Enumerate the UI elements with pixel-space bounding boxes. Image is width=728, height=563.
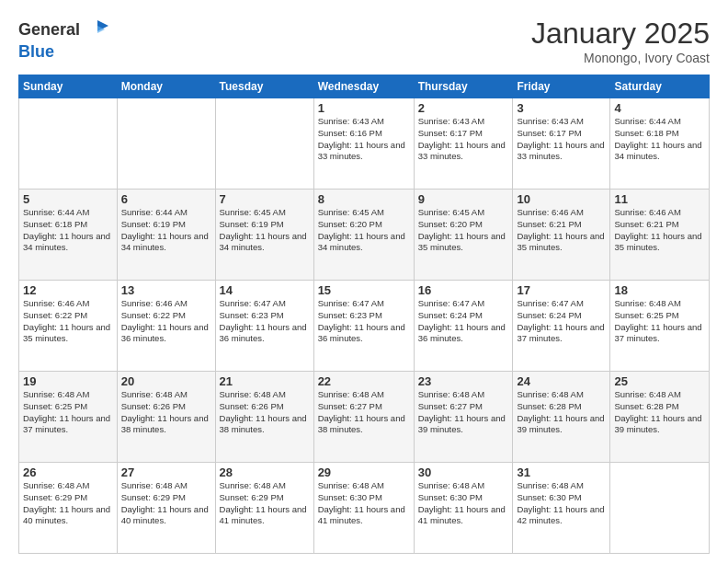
- day-number: 9: [418, 192, 509, 206]
- logo-general-text: General: [18, 20, 80, 40]
- day-info: Sunrise: 6:48 AM Sunset: 6:26 PM Dayligh…: [121, 389, 211, 436]
- day-info: Sunrise: 6:48 AM Sunset: 6:28 PM Dayligh…: [614, 389, 705, 436]
- day-cell: 6Sunrise: 6:44 AM Sunset: 6:19 PM Daylig…: [117, 190, 215, 281]
- day-number: 8: [318, 192, 410, 206]
- header-sunday: Sunday: [19, 75, 118, 98]
- day-cell: 21Sunrise: 6:48 AM Sunset: 6:26 PM Dayli…: [215, 372, 313, 463]
- header-friday: Friday: [513, 75, 610, 98]
- day-info: Sunrise: 6:48 AM Sunset: 6:30 PM Dayligh…: [517, 480, 606, 527]
- day-number: 17: [517, 283, 606, 297]
- day-cell: 23Sunrise: 6:48 AM Sunset: 6:27 PM Dayli…: [414, 372, 513, 463]
- day-cell: 2Sunrise: 6:43 AM Sunset: 6:17 PM Daylig…: [414, 98, 513, 190]
- day-info: Sunrise: 6:47 AM Sunset: 6:24 PM Dayligh…: [517, 298, 606, 345]
- day-info: Sunrise: 6:46 AM Sunset: 6:21 PM Dayligh…: [614, 207, 705, 254]
- day-number: 4: [614, 101, 705, 115]
- day-number: 15: [318, 283, 410, 297]
- day-cell: 12Sunrise: 6:46 AM Sunset: 6:22 PM Dayli…: [19, 281, 118, 372]
- day-cell: 24Sunrise: 6:48 AM Sunset: 6:28 PM Dayli…: [513, 372, 610, 463]
- week-row-5: 26Sunrise: 6:48 AM Sunset: 6:29 PM Dayli…: [19, 463, 710, 554]
- header: General Blue January 2025 Monongo, Ivory…: [18, 17, 710, 65]
- day-cell: 19Sunrise: 6:48 AM Sunset: 6:25 PM Dayli…: [19, 372, 118, 463]
- day-cell: 20Sunrise: 6:48 AM Sunset: 6:26 PM Dayli…: [117, 372, 215, 463]
- day-cell: 1Sunrise: 6:43 AM Sunset: 6:16 PM Daylig…: [313, 98, 414, 190]
- day-cell: 31Sunrise: 6:48 AM Sunset: 6:30 PM Dayli…: [513, 463, 610, 554]
- day-number: 10: [517, 192, 606, 206]
- day-cell: [19, 98, 118, 190]
- day-info: Sunrise: 6:48 AM Sunset: 6:29 PM Dayligh…: [220, 480, 310, 527]
- calendar-table: Sunday Monday Tuesday Wednesday Thursday…: [18, 75, 710, 554]
- day-info: Sunrise: 6:45 AM Sunset: 6:20 PM Dayligh…: [318, 207, 410, 254]
- day-number: 27: [121, 465, 211, 479]
- logo-blue-text: Blue: [18, 42, 54, 61]
- week-row-1: 1Sunrise: 6:43 AM Sunset: 6:16 PM Daylig…: [19, 98, 710, 190]
- day-number: 19: [23, 374, 113, 388]
- day-cell: 28Sunrise: 6:48 AM Sunset: 6:29 PM Dayli…: [215, 463, 313, 554]
- day-number: 18: [614, 283, 705, 297]
- month-year: January 2025: [531, 17, 710, 51]
- day-info: Sunrise: 6:45 AM Sunset: 6:19 PM Dayligh…: [220, 207, 310, 254]
- day-number: 24: [517, 374, 606, 388]
- day-cell: 26Sunrise: 6:48 AM Sunset: 6:29 PM Dayli…: [19, 463, 118, 554]
- day-cell: 16Sunrise: 6:47 AM Sunset: 6:24 PM Dayli…: [414, 281, 513, 372]
- day-cell: 7Sunrise: 6:45 AM Sunset: 6:19 PM Daylig…: [215, 190, 313, 281]
- day-cell: 3Sunrise: 6:43 AM Sunset: 6:17 PM Daylig…: [513, 98, 610, 190]
- day-info: Sunrise: 6:46 AM Sunset: 6:21 PM Dayligh…: [517, 207, 606, 254]
- day-cell: 22Sunrise: 6:48 AM Sunset: 6:27 PM Dayli…: [313, 372, 414, 463]
- day-number: 28: [220, 465, 310, 479]
- day-info: Sunrise: 6:46 AM Sunset: 6:22 PM Dayligh…: [23, 298, 113, 345]
- day-cell: 27Sunrise: 6:48 AM Sunset: 6:29 PM Dayli…: [117, 463, 215, 554]
- week-row-2: 5Sunrise: 6:44 AM Sunset: 6:18 PM Daylig…: [19, 190, 710, 281]
- day-info: Sunrise: 6:47 AM Sunset: 6:24 PM Dayligh…: [418, 298, 509, 345]
- day-number: 14: [220, 283, 310, 297]
- day-number: 22: [318, 374, 410, 388]
- day-cell: [610, 463, 710, 554]
- header-thursday: Thursday: [414, 75, 513, 98]
- day-info: Sunrise: 6:48 AM Sunset: 6:29 PM Dayligh…: [23, 480, 113, 527]
- day-cell: 17Sunrise: 6:47 AM Sunset: 6:24 PM Dayli…: [513, 281, 610, 372]
- day-number: 29: [318, 465, 410, 479]
- day-cell: 25Sunrise: 6:48 AM Sunset: 6:28 PM Dayli…: [610, 372, 710, 463]
- day-cell: 14Sunrise: 6:47 AM Sunset: 6:23 PM Dayli…: [215, 281, 313, 372]
- day-number: 21: [220, 374, 310, 388]
- day-number: 2: [418, 101, 509, 115]
- day-number: 23: [418, 374, 509, 388]
- day-number: 1: [318, 101, 410, 115]
- day-info: Sunrise: 6:48 AM Sunset: 6:25 PM Dayligh…: [614, 298, 705, 345]
- week-row-4: 19Sunrise: 6:48 AM Sunset: 6:25 PM Dayli…: [19, 372, 710, 463]
- page: General Blue January 2025 Monongo, Ivory…: [0, 0, 728, 563]
- header-saturday: Saturday: [610, 75, 710, 98]
- day-info: Sunrise: 6:46 AM Sunset: 6:22 PM Dayligh…: [121, 298, 211, 345]
- day-number: 31: [517, 465, 606, 479]
- day-number: 5: [23, 192, 113, 206]
- day-info: Sunrise: 6:48 AM Sunset: 6:29 PM Dayligh…: [121, 480, 211, 527]
- day-info: Sunrise: 6:43 AM Sunset: 6:17 PM Dayligh…: [517, 116, 606, 163]
- day-number: 11: [614, 192, 705, 206]
- day-number: 25: [614, 374, 705, 388]
- day-number: 7: [220, 192, 310, 206]
- day-cell: 8Sunrise: 6:45 AM Sunset: 6:20 PM Daylig…: [313, 190, 414, 281]
- day-info: Sunrise: 6:47 AM Sunset: 6:23 PM Dayligh…: [220, 298, 310, 345]
- day-cell: 30Sunrise: 6:48 AM Sunset: 6:30 PM Dayli…: [414, 463, 513, 554]
- day-info: Sunrise: 6:48 AM Sunset: 6:26 PM Dayligh…: [220, 389, 310, 436]
- day-number: 20: [121, 374, 211, 388]
- day-info: Sunrise: 6:47 AM Sunset: 6:23 PM Dayligh…: [318, 298, 410, 345]
- day-info: Sunrise: 6:45 AM Sunset: 6:20 PM Dayligh…: [418, 207, 509, 254]
- day-info: Sunrise: 6:44 AM Sunset: 6:18 PM Dayligh…: [23, 207, 113, 254]
- day-number: 3: [517, 101, 606, 115]
- day-info: Sunrise: 6:48 AM Sunset: 6:30 PM Dayligh…: [418, 480, 509, 527]
- day-number: 16: [418, 283, 509, 297]
- logo-icon: [85, 17, 110, 42]
- day-cell: 5Sunrise: 6:44 AM Sunset: 6:18 PM Daylig…: [19, 190, 118, 281]
- day-cell: 11Sunrise: 6:46 AM Sunset: 6:21 PM Dayli…: [610, 190, 710, 281]
- title-block: January 2025 Monongo, Ivory Coast: [531, 17, 710, 65]
- day-number: 6: [121, 192, 211, 206]
- day-info: Sunrise: 6:43 AM Sunset: 6:16 PM Dayligh…: [318, 116, 410, 163]
- day-number: 30: [418, 465, 509, 479]
- day-cell: 15Sunrise: 6:47 AM Sunset: 6:23 PM Dayli…: [313, 281, 414, 372]
- day-info: Sunrise: 6:44 AM Sunset: 6:18 PM Dayligh…: [614, 116, 705, 163]
- day-info: Sunrise: 6:48 AM Sunset: 6:27 PM Dayligh…: [418, 389, 509, 436]
- day-info: Sunrise: 6:48 AM Sunset: 6:30 PM Dayligh…: [318, 480, 410, 527]
- day-cell: 13Sunrise: 6:46 AM Sunset: 6:22 PM Dayli…: [117, 281, 215, 372]
- day-number: 12: [23, 283, 113, 297]
- day-info: Sunrise: 6:43 AM Sunset: 6:17 PM Dayligh…: [418, 116, 509, 163]
